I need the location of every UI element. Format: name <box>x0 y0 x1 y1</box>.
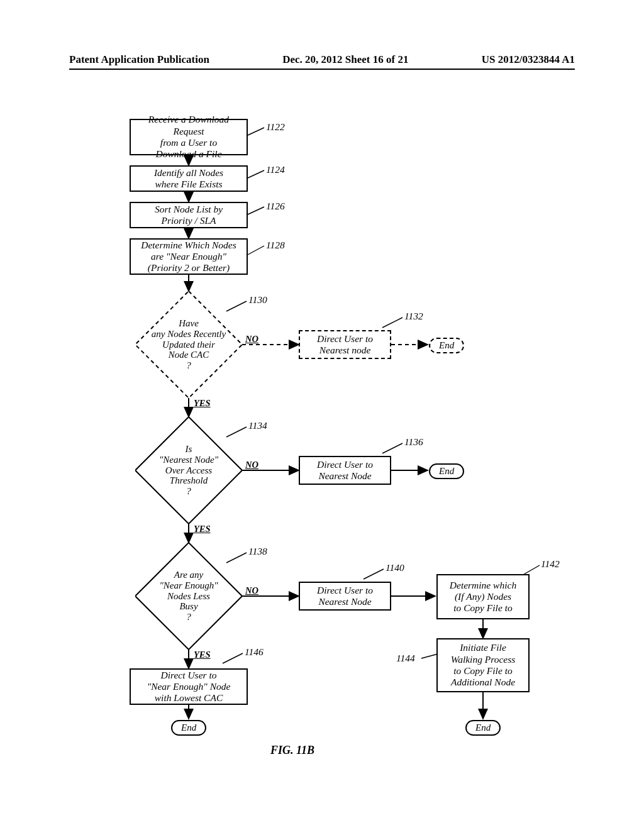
connector-lines <box>0 116 644 777</box>
step-1136: Direct User toNearest Node <box>299 456 391 485</box>
ref-1138: 1138 <box>248 546 267 557</box>
step-1124: Identify all Nodeswhere File Exists <box>130 165 248 192</box>
terminator-end-1136: End <box>429 463 464 479</box>
step-1140: Direct User toNearest Node <box>299 582 391 611</box>
ref-1142: 1142 <box>541 558 560 570</box>
figure-caption: FIG. 11B <box>270 744 314 757</box>
step-1126: Sort Node List byPriority / SLA <box>130 202 248 228</box>
ref-1128: 1128 <box>266 240 285 251</box>
flowchart: Receive a Download Requestfrom a User to… <box>0 116 644 777</box>
edge-yes-1134: YES <box>194 524 211 534</box>
step-1132: Direct User toNearest node <box>299 330 391 359</box>
svg-line-23 <box>382 443 402 453</box>
svg-line-25 <box>364 569 384 579</box>
step-1146: Direct User to"Near Enough" Nodewith Low… <box>130 668 248 705</box>
svg-line-17 <box>248 170 264 178</box>
svg-line-16 <box>248 128 264 135</box>
terminator-end-1132: End <box>429 338 464 353</box>
page-header: Patent Application Publication Dec. 20, … <box>69 53 575 70</box>
header-left: Patent Application Publication <box>69 53 209 66</box>
decision-1134: Is"Nearest Node"Over AccessThreshold? <box>135 417 242 524</box>
header-right: US 2012/0323844 A1 <box>482 53 575 66</box>
step-1142: Determine which(If Any) Nodesto Copy Fil… <box>436 574 530 619</box>
ref-1126: 1126 <box>266 201 285 212</box>
ref-1140: 1140 <box>386 562 404 573</box>
header-center: Dec. 20, 2012 Sheet 16 of 21 <box>282 53 408 66</box>
ref-1122: 1122 <box>266 121 285 133</box>
svg-line-18 <box>248 207 264 214</box>
edge-no-1134: NO <box>245 460 258 470</box>
step-1144: Initiate FileWalking Processto Copy File… <box>436 638 530 692</box>
edge-no-1130: NO <box>245 334 258 345</box>
ref-1144: 1144 <box>396 653 415 664</box>
svg-line-28 <box>223 653 243 663</box>
edge-no-1138: NO <box>245 585 258 596</box>
ref-1130: 1130 <box>248 294 267 306</box>
edge-yes-1138: YES <box>194 650 211 660</box>
decision-1130: Haveany Nodes RecentlyUpdated theirNode … <box>135 291 242 398</box>
terminator-end-1146: End <box>171 720 206 736</box>
ref-1136: 1136 <box>404 436 423 448</box>
step-1122: Receive a Download Requestfrom a User to… <box>130 119 248 155</box>
decision-1138: Are any"Near Enough"Nodes LessBusy? <box>135 543 242 650</box>
edge-yes-1130: YES <box>194 398 211 409</box>
svg-line-21 <box>382 318 402 328</box>
ref-1134: 1134 <box>248 420 267 431</box>
ref-1146: 1146 <box>245 646 264 658</box>
svg-line-19 <box>248 246 264 255</box>
step-1128: Determine Which Nodesare "Near Enough"(P… <box>130 238 248 275</box>
ref-1132: 1132 <box>404 311 423 322</box>
ref-1124: 1124 <box>266 164 285 175</box>
terminator-end-1144: End <box>465 720 501 736</box>
